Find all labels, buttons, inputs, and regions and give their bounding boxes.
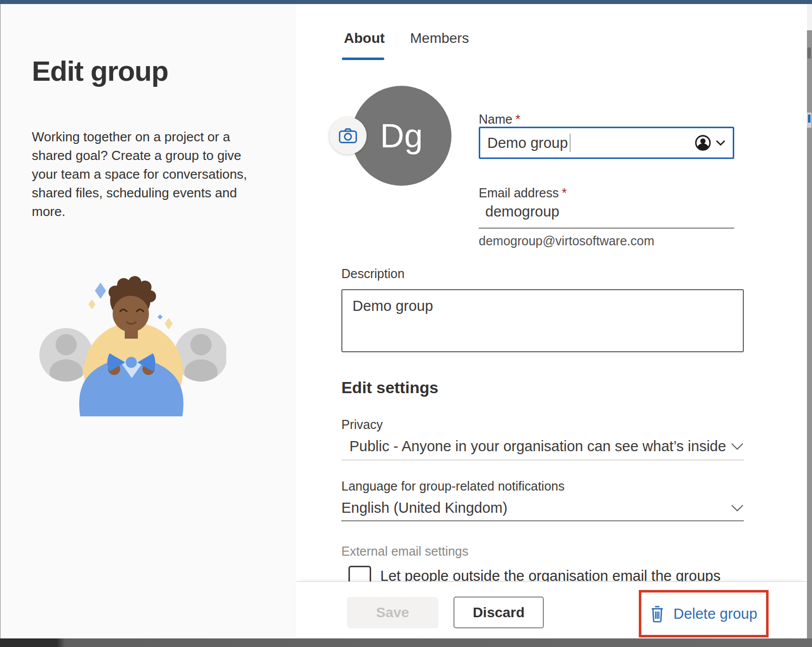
description-label: Description: [341, 266, 404, 281]
edit-group-dialog: Edit group Working together on a project…: [0, 0, 812, 647]
name-input[interactable]: Demo group: [479, 127, 734, 159]
name-label: Name*: [479, 112, 520, 127]
save-button[interactable]: Save: [347, 597, 438, 628]
privacy-label: Privacy: [341, 417, 383, 432]
description-textarea[interactable]: Demo group: [341, 289, 744, 352]
email-full-address: demogroup@virtosoftware.com: [479, 234, 654, 248]
page-title: Edit group: [32, 55, 168, 87]
discard-button[interactable]: Discard: [453, 597, 544, 628]
active-tab-indicator: [342, 58, 384, 60]
trash-icon: [650, 605, 665, 623]
tab-members[interactable]: Members: [410, 30, 469, 46]
privacy-select-underline: [341, 460, 744, 460]
language-label: Language for group-related notifications: [341, 479, 565, 494]
language-selected-value: English (United Kingdom): [341, 500, 508, 516]
chevron-down-icon[interactable]: [716, 140, 726, 146]
text-caret: [570, 134, 571, 152]
tab-about[interactable]: About: [344, 30, 385, 46]
edit-photo-button[interactable]: [329, 117, 367, 154]
edit-settings-heading: Edit settings: [341, 379, 438, 397]
delete-group-annotation-box: Delete group: [639, 590, 769, 637]
email-input[interactable]: demogroup: [485, 203, 560, 220]
page-description: Working together on a project or a share…: [32, 128, 260, 221]
dialog-footer: Save Discard Delete group: [296, 581, 807, 638]
language-select-underline: [341, 520, 744, 521]
delete-group-button[interactable]: Delete group: [641, 592, 766, 635]
name-input-value: Demo group: [487, 135, 568, 151]
delete-group-label: Delete group: [673, 606, 757, 622]
group-illustration: [34, 265, 226, 416]
email-label: Email address*: [479, 186, 567, 200]
avatar-initials: Dg: [380, 119, 423, 152]
chevron-down-icon: [731, 504, 744, 512]
window-top-edge: [0, 0, 812, 4]
required-asterisk: *: [516, 112, 521, 126]
required-asterisk: *: [562, 186, 567, 200]
privacy-selected-value: Public - Anyone in your organisation can…: [341, 438, 726, 455]
contact-card-icon[interactable]: [692, 132, 714, 153]
window-bottom-edge: [0, 638, 812, 647]
background-page-edge: [807, 4, 812, 638]
email-input-underline: [479, 228, 734, 229]
chevron-down-icon: [731, 443, 744, 450]
privacy-select[interactable]: Public - Anyone in your organisation can…: [341, 435, 744, 457]
language-select[interactable]: English (United Kingdom): [341, 497, 744, 519]
camera-icon: [338, 128, 358, 144]
external-email-settings-label: External email settings: [341, 544, 469, 559]
